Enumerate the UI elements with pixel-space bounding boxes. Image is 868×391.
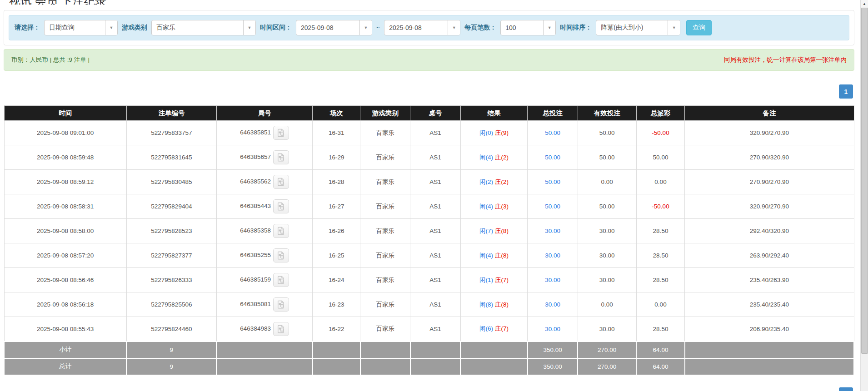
scrollbar-thumb[interactable] (861, 8, 868, 354)
time-sort-value: 降冪(由大到小) (596, 20, 668, 35)
subtotal-label: 小计 (4, 342, 126, 358)
cell-time: 2025-09-08 08:58:31 (4, 194, 126, 219)
video-replay-icon[interactable] (273, 248, 289, 262)
col-header-bet-id: 注单编号 (126, 106, 216, 121)
cell-session: 16-24 (313, 268, 360, 292)
cell-total-bet[interactable]: 50.00 (528, 121, 578, 145)
cell-time: 2025-09-08 08:59:48 (4, 145, 126, 170)
table-row: 2025-09-08 08:59:12 522795830485 6463855… (4, 170, 854, 194)
cell-time: 2025-09-08 08:57:20 (4, 243, 126, 268)
page-1-button[interactable]: 1 (839, 84, 853, 99)
video-replay-icon[interactable] (273, 126, 289, 140)
chevron-down-icon: ▼ (105, 20, 117, 35)
cell-total-bet[interactable]: 30.00 (528, 268, 578, 292)
subtotal-row: 小计 9 350.00 270.00 64.00 (4, 342, 854, 358)
cell-round-id: 646384983 (216, 317, 312, 342)
col-header-round-id: 局号 (216, 106, 312, 121)
cell-total-bet[interactable]: 30.00 (528, 243, 578, 268)
per-page-value: 100 (501, 20, 543, 35)
same-round-notice-text: 同局有效投注，统一计算在该局第一张注单内 (724, 56, 847, 64)
query-type-select[interactable]: 日期查询 ▼ (44, 20, 118, 35)
scrollbar[interactable]: ▲ (860, 0, 868, 391)
date-from-select[interactable]: 2025-09-08 ▼ (296, 20, 372, 35)
cell-table-no: AS1 (410, 145, 460, 170)
grand-total-valid-bet: 270.00 (578, 358, 636, 375)
cell-table-no: AS1 (410, 317, 460, 342)
cell-time: 2025-09-08 08:59:12 (4, 170, 126, 194)
cell-result: 闲(7)庄(8) (460, 219, 528, 243)
cell-remark: 270.90/320.90 (685, 145, 854, 170)
subtotal-payout: 64.00 (636, 342, 685, 358)
time-sort-label: 时间排序： (560, 24, 592, 32)
search-button[interactable]: 查询 (686, 20, 712, 35)
cell-total-bet[interactable]: 30.00 (528, 219, 578, 243)
select-type-label: 请选择： (15, 24, 40, 32)
per-page-select[interactable]: 100 ▼ (500, 20, 556, 35)
table-row: 2025-09-08 08:56:18 522795825506 6463850… (4, 292, 854, 317)
cell-remark: 263.90/292.40 (685, 243, 854, 268)
cell-session: 16-22 (313, 317, 360, 342)
chevron-down-icon: ▼ (448, 20, 460, 35)
cell-round-id: 646385159 (216, 268, 312, 292)
cell-remark: 235.40/263.90 (685, 268, 854, 292)
per-page-label: 每页笔数： (464, 24, 496, 32)
video-replay-icon[interactable] (273, 273, 289, 287)
cell-result: 闲(4)庄(2) (460, 145, 528, 170)
table-body: 2025-09-08 09:01:00 522795833757 6463858… (4, 121, 854, 342)
chevron-down-icon: ▼ (543, 20, 555, 35)
date-to-select[interactable]: 2025-09-08 ▼ (384, 20, 460, 35)
cell-payout: 0.00 (636, 170, 685, 194)
game-type-value: 百家乐 (152, 20, 243, 35)
cell-game-type: 百家乐 (360, 268, 410, 292)
cell-session: 16-31 (313, 121, 360, 145)
video-replay-icon[interactable] (273, 150, 289, 164)
cell-game-type: 百家乐 (360, 219, 410, 243)
game-type-select[interactable]: 百家乐 ▼ (151, 20, 256, 35)
video-replay-icon[interactable] (273, 322, 289, 336)
cell-valid-bet: 0.00 (578, 292, 636, 317)
cell-game-type: 百家乐 (360, 317, 410, 342)
scrollbar-up-icon[interactable]: ▲ (861, 0, 868, 7)
cell-session: 16-29 (313, 145, 360, 170)
video-replay-icon[interactable] (273, 175, 289, 189)
bet-records-table: 时间 注单编号 局号 场次 游戏类别 桌号 结果 总投注 有效投注 总派彩 备注… (4, 105, 854, 376)
cell-round-id: 646385657 (216, 145, 312, 170)
page-1-button-bottom[interactable]: 1 (839, 387, 853, 391)
range-tilde: ~ (376, 24, 380, 31)
cell-time: 2025-09-08 08:56:18 (4, 292, 126, 317)
cell-bet-id: 522795831645 (126, 145, 216, 170)
grand-total-total-bet: 350.00 (528, 358, 578, 375)
filter-bar: 请选择： 日期查询 ▼ 游戏类别 百家乐 ▼ 时间区间： 2025-09-08 … (9, 15, 849, 40)
cell-session: 16-26 (313, 219, 360, 243)
video-replay-icon[interactable] (273, 224, 289, 238)
cell-total-bet[interactable]: 50.00 (528, 194, 578, 219)
cell-valid-bet: 30.00 (578, 317, 636, 342)
time-sort-select[interactable]: 降冪(由大到小) ▼ (596, 20, 680, 35)
cell-result: 闲(4)庄(3) (460, 194, 528, 219)
subtotal-total-bet: 350.00 (528, 342, 578, 358)
cell-remark: 270.90/270.90 (685, 170, 854, 194)
chevron-down-icon: ▼ (359, 20, 372, 35)
chevron-down-icon: ▼ (668, 20, 680, 35)
cell-payout: 0.00 (636, 292, 685, 317)
cell-total-bet[interactable]: 30.00 (528, 292, 578, 317)
cell-total-bet[interactable]: 50.00 (528, 170, 578, 194)
cell-valid-bet: 50.00 (578, 145, 636, 170)
grand-total-row: 总计 9 350.00 270.00 64.00 (4, 358, 854, 375)
cell-round-id: 646385081 (216, 292, 312, 317)
video-replay-icon[interactable] (273, 199, 289, 213)
cell-bet-id: 522795826333 (126, 268, 216, 292)
video-replay-icon[interactable] (273, 297, 289, 312)
main-content: 视讯 会员 下注纪录 请选择： 日期查询 ▼ 游戏类别 百家乐 ▼ 时间区间： … (4, 0, 854, 376)
cell-session: 16-28 (313, 170, 360, 194)
currency-total-text: 币别：人民币 | 总共 :9 注单 | (11, 56, 90, 64)
cell-total-bet[interactable]: 30.00 (528, 317, 578, 342)
cell-game-type: 百家乐 (360, 170, 410, 194)
col-header-payout: 总派彩 (636, 106, 685, 121)
cell-payout: -50.00 (636, 194, 685, 219)
cell-result: 闲(2)庄(2) (460, 170, 528, 194)
cell-round-id: 646385562 (216, 170, 312, 194)
table-row: 2025-09-08 08:55:43 522795824460 6463849… (4, 317, 854, 342)
cell-result: 闲(1)庄(7) (460, 268, 528, 292)
cell-total-bet[interactable]: 50.00 (528, 145, 578, 170)
